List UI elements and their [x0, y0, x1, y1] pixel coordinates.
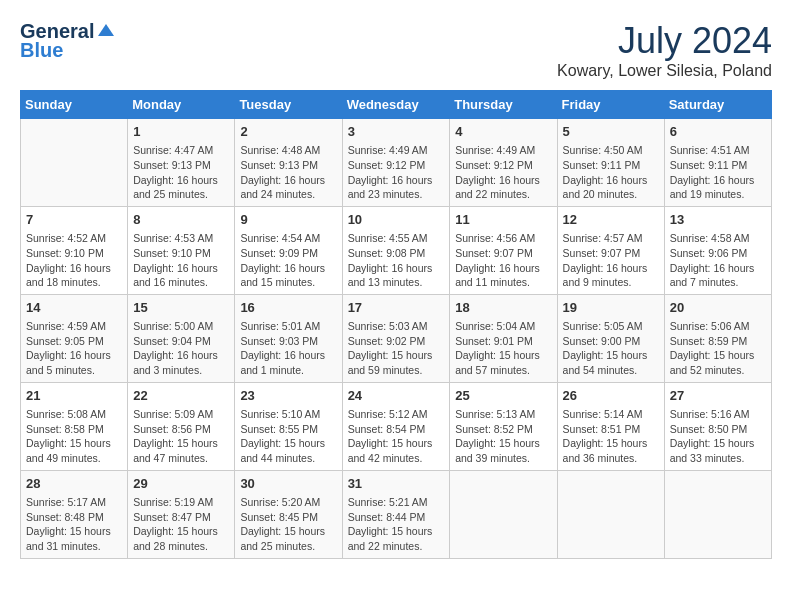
- day-number: 21: [26, 387, 122, 405]
- calendar-cell: 2Sunrise: 4:48 AM Sunset: 9:13 PM Daylig…: [235, 119, 342, 207]
- calendar-cell: 28Sunrise: 5:17 AM Sunset: 8:48 PM Dayli…: [21, 470, 128, 558]
- calendar-cell: 13Sunrise: 4:58 AM Sunset: 9:06 PM Dayli…: [664, 206, 771, 294]
- day-info: Sunrise: 5:21 AM Sunset: 8:44 PM Dayligh…: [348, 496, 433, 552]
- day-number: 4: [455, 123, 551, 141]
- day-number: 7: [26, 211, 122, 229]
- calendar-cell: 22Sunrise: 5:09 AM Sunset: 8:56 PM Dayli…: [128, 382, 235, 470]
- day-info: Sunrise: 4:52 AM Sunset: 9:10 PM Dayligh…: [26, 232, 111, 288]
- day-number: 8: [133, 211, 229, 229]
- day-info: Sunrise: 4:51 AM Sunset: 9:11 PM Dayligh…: [670, 144, 755, 200]
- day-number: 30: [240, 475, 336, 493]
- day-info: Sunrise: 5:04 AM Sunset: 9:01 PM Dayligh…: [455, 320, 540, 376]
- calendar-week-5: 28Sunrise: 5:17 AM Sunset: 8:48 PM Dayli…: [21, 470, 772, 558]
- day-info: Sunrise: 5:16 AM Sunset: 8:50 PM Dayligh…: [670, 408, 755, 464]
- calendar-cell: 9Sunrise: 4:54 AM Sunset: 9:09 PM Daylig…: [235, 206, 342, 294]
- calendar-cell: 10Sunrise: 4:55 AM Sunset: 9:08 PM Dayli…: [342, 206, 450, 294]
- day-info: Sunrise: 4:57 AM Sunset: 9:07 PM Dayligh…: [563, 232, 648, 288]
- day-number: 15: [133, 299, 229, 317]
- header: General Blue July 2024 Kowary, Lower Sil…: [20, 20, 772, 80]
- column-header-thursday: Thursday: [450, 91, 557, 119]
- day-number: 29: [133, 475, 229, 493]
- calendar-week-1: 1Sunrise: 4:47 AM Sunset: 9:13 PM Daylig…: [21, 119, 772, 207]
- day-number: 17: [348, 299, 445, 317]
- calendar-cell: 20Sunrise: 5:06 AM Sunset: 8:59 PM Dayli…: [664, 294, 771, 382]
- svg-marker-0: [98, 24, 114, 36]
- column-header-saturday: Saturday: [664, 91, 771, 119]
- day-info: Sunrise: 4:48 AM Sunset: 9:13 PM Dayligh…: [240, 144, 325, 200]
- calendar-cell: 7Sunrise: 4:52 AM Sunset: 9:10 PM Daylig…: [21, 206, 128, 294]
- day-info: Sunrise: 5:00 AM Sunset: 9:04 PM Dayligh…: [133, 320, 218, 376]
- day-info: Sunrise: 5:20 AM Sunset: 8:45 PM Dayligh…: [240, 496, 325, 552]
- day-info: Sunrise: 4:50 AM Sunset: 9:11 PM Dayligh…: [563, 144, 648, 200]
- calendar-week-2: 7Sunrise: 4:52 AM Sunset: 9:10 PM Daylig…: [21, 206, 772, 294]
- day-info: Sunrise: 5:13 AM Sunset: 8:52 PM Dayligh…: [455, 408, 540, 464]
- calendar-cell: 16Sunrise: 5:01 AM Sunset: 9:03 PM Dayli…: [235, 294, 342, 382]
- calendar-cell: 11Sunrise: 4:56 AM Sunset: 9:07 PM Dayli…: [450, 206, 557, 294]
- day-number: 31: [348, 475, 445, 493]
- day-number: 6: [670, 123, 766, 141]
- day-info: Sunrise: 4:49 AM Sunset: 9:12 PM Dayligh…: [455, 144, 540, 200]
- day-info: Sunrise: 5:05 AM Sunset: 9:00 PM Dayligh…: [563, 320, 648, 376]
- calendar-cell: [557, 470, 664, 558]
- calendar-cell: 4Sunrise: 4:49 AM Sunset: 9:12 PM Daylig…: [450, 119, 557, 207]
- calendar-cell: 23Sunrise: 5:10 AM Sunset: 8:55 PM Dayli…: [235, 382, 342, 470]
- calendar-cell: 5Sunrise: 4:50 AM Sunset: 9:11 PM Daylig…: [557, 119, 664, 207]
- calendar-cell: 29Sunrise: 5:19 AM Sunset: 8:47 PM Dayli…: [128, 470, 235, 558]
- calendar-cell: 31Sunrise: 5:21 AM Sunset: 8:44 PM Dayli…: [342, 470, 450, 558]
- logo-blue: Blue: [20, 39, 63, 62]
- calendar-cell: 3Sunrise: 4:49 AM Sunset: 9:12 PM Daylig…: [342, 119, 450, 207]
- column-header-sunday: Sunday: [21, 91, 128, 119]
- title-area: July 2024 Kowary, Lower Silesia, Poland: [557, 20, 772, 80]
- logo: General Blue: [20, 20, 116, 62]
- day-info: Sunrise: 5:09 AM Sunset: 8:56 PM Dayligh…: [133, 408, 218, 464]
- calendar-week-3: 14Sunrise: 4:59 AM Sunset: 9:05 PM Dayli…: [21, 294, 772, 382]
- day-number: 2: [240, 123, 336, 141]
- day-number: 23: [240, 387, 336, 405]
- day-number: 12: [563, 211, 659, 229]
- day-number: 25: [455, 387, 551, 405]
- day-info: Sunrise: 5:14 AM Sunset: 8:51 PM Dayligh…: [563, 408, 648, 464]
- location-subtitle: Kowary, Lower Silesia, Poland: [557, 62, 772, 80]
- column-header-tuesday: Tuesday: [235, 91, 342, 119]
- day-info: Sunrise: 5:10 AM Sunset: 8:55 PM Dayligh…: [240, 408, 325, 464]
- calendar-cell: [450, 470, 557, 558]
- day-info: Sunrise: 5:06 AM Sunset: 8:59 PM Dayligh…: [670, 320, 755, 376]
- day-info: Sunrise: 5:12 AM Sunset: 8:54 PM Dayligh…: [348, 408, 433, 464]
- day-info: Sunrise: 4:54 AM Sunset: 9:09 PM Dayligh…: [240, 232, 325, 288]
- day-info: Sunrise: 4:59 AM Sunset: 9:05 PM Dayligh…: [26, 320, 111, 376]
- day-info: Sunrise: 5:19 AM Sunset: 8:47 PM Dayligh…: [133, 496, 218, 552]
- day-number: 1: [133, 123, 229, 141]
- day-info: Sunrise: 4:47 AM Sunset: 9:13 PM Dayligh…: [133, 144, 218, 200]
- calendar-cell: 17Sunrise: 5:03 AM Sunset: 9:02 PM Dayli…: [342, 294, 450, 382]
- month-year-title: July 2024: [557, 20, 772, 62]
- day-number: 22: [133, 387, 229, 405]
- day-info: Sunrise: 4:55 AM Sunset: 9:08 PM Dayligh…: [348, 232, 433, 288]
- calendar-table: SundayMondayTuesdayWednesdayThursdayFrid…: [20, 90, 772, 559]
- calendar-cell: 27Sunrise: 5:16 AM Sunset: 8:50 PM Dayli…: [664, 382, 771, 470]
- calendar-week-4: 21Sunrise: 5:08 AM Sunset: 8:58 PM Dayli…: [21, 382, 772, 470]
- day-info: Sunrise: 4:58 AM Sunset: 9:06 PM Dayligh…: [670, 232, 755, 288]
- day-info: Sunrise: 4:53 AM Sunset: 9:10 PM Dayligh…: [133, 232, 218, 288]
- column-header-wednesday: Wednesday: [342, 91, 450, 119]
- calendar-cell: 6Sunrise: 4:51 AM Sunset: 9:11 PM Daylig…: [664, 119, 771, 207]
- column-header-monday: Monday: [128, 91, 235, 119]
- calendar-cell: 30Sunrise: 5:20 AM Sunset: 8:45 PM Dayli…: [235, 470, 342, 558]
- calendar-cell: [21, 119, 128, 207]
- day-number: 20: [670, 299, 766, 317]
- day-number: 11: [455, 211, 551, 229]
- day-number: 3: [348, 123, 445, 141]
- day-number: 28: [26, 475, 122, 493]
- logo-icon: [96, 22, 116, 42]
- day-number: 18: [455, 299, 551, 317]
- day-number: 16: [240, 299, 336, 317]
- day-info: Sunrise: 4:56 AM Sunset: 9:07 PM Dayligh…: [455, 232, 540, 288]
- day-info: Sunrise: 5:01 AM Sunset: 9:03 PM Dayligh…: [240, 320, 325, 376]
- calendar-cell: 26Sunrise: 5:14 AM Sunset: 8:51 PM Dayli…: [557, 382, 664, 470]
- column-header-friday: Friday: [557, 91, 664, 119]
- day-number: 27: [670, 387, 766, 405]
- calendar-cell: 19Sunrise: 5:05 AM Sunset: 9:00 PM Dayli…: [557, 294, 664, 382]
- day-number: 9: [240, 211, 336, 229]
- calendar-cell: 25Sunrise: 5:13 AM Sunset: 8:52 PM Dayli…: [450, 382, 557, 470]
- day-number: 19: [563, 299, 659, 317]
- day-info: Sunrise: 5:03 AM Sunset: 9:02 PM Dayligh…: [348, 320, 433, 376]
